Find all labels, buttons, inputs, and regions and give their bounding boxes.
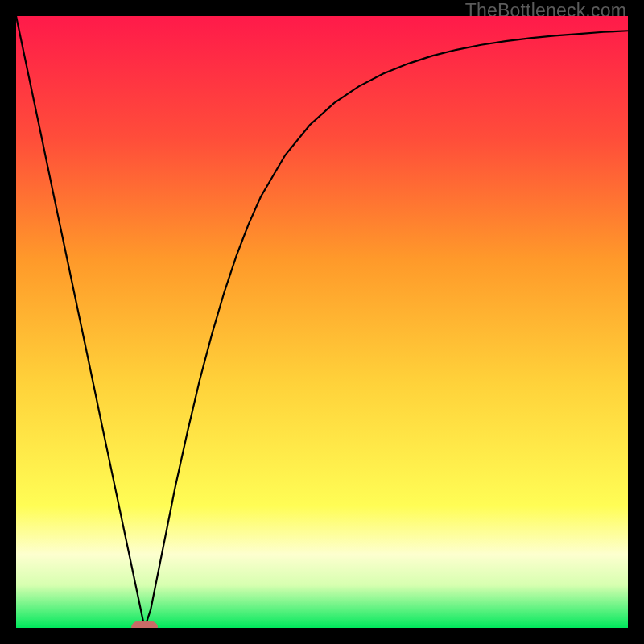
- plot-area: [16, 16, 628, 628]
- bottleneck-chart: [16, 16, 628, 628]
- chart-frame: TheBottleneck.com: [0, 0, 644, 644]
- optimal-marker: [132, 621, 158, 628]
- gradient-background: [16, 16, 628, 628]
